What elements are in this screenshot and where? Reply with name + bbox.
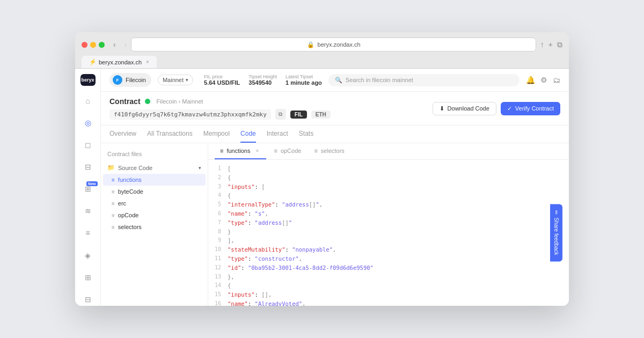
code-line: 6 "name": "s",: [208, 209, 569, 218]
line-content: {: [228, 191, 231, 200]
tab-close[interactable]: ×: [146, 59, 149, 65]
line-number: 1: [213, 164, 228, 173]
active-tab[interactable]: ⚡ beryx.zondax.ch ×: [82, 56, 157, 68]
file-tree-item-opcode[interactable]: ≡ opCode: [103, 209, 206, 221]
line-number: 6: [213, 209, 228, 218]
line-content: },: [228, 273, 235, 282]
contract-address: f410fg6dyyr5q7k6tg7kmavzw4utmz3phxxqmfk2…: [109, 109, 271, 120]
contract-header: Contract Filecoin › Mainnet f410fg6dyyr5…: [101, 92, 569, 126]
sidebar-item-home[interactable]: ⌂: [79, 94, 97, 108]
line-number: 15: [213, 290, 228, 299]
line-content: {: [228, 281, 231, 290]
code-tabs: ≡ functions × ≡ opCode ≡ selectors: [208, 143, 569, 160]
sidebar-item-list[interactable]: ≡: [79, 226, 97, 240]
sidebar-item-table[interactable]: ⊞: [79, 270, 97, 284]
list-icon: ≡: [112, 177, 115, 183]
sidebar-item-cube[interactable]: ◈: [79, 248, 97, 262]
close-tab-button[interactable]: ×: [253, 147, 261, 155]
sidebar-item-file[interactable]: ◻: [79, 138, 97, 152]
settings-icon[interactable]: ⚙: [540, 76, 547, 84]
line-content: "inputs": [],: [228, 290, 272, 299]
file-tree-item-erc[interactable]: ≡ erc: [103, 197, 206, 209]
code-editor[interactable]: 1 [ 2 { 3 "inputs": [ 4 { 5 "internalTyp…: [208, 160, 569, 306]
code-line: 16 "name": "AlreadyVoted",: [208, 299, 569, 306]
folder-icon: 📁: [107, 164, 115, 171]
wallet-icon[interactable]: 🗂: [553, 76, 560, 84]
list-tab-icon-3: ≡: [314, 148, 317, 154]
line-number: 9: [213, 236, 228, 245]
download-icon: ⬇: [440, 105, 444, 112]
new-tab-icon[interactable]: +: [548, 40, 553, 49]
list-icon-4: ≡: [112, 212, 115, 218]
line-number: 14: [213, 281, 228, 290]
copy-address-button[interactable]: ⧉: [275, 109, 286, 120]
code-tab-opcode[interactable]: ≡ opCode: [268, 143, 306, 159]
download-code-button[interactable]: ⬇ Download Code: [433, 102, 496, 115]
file-tree-parent-source[interactable]: 📁 Source Code ▾: [101, 161, 208, 174]
sidebar-item-grid[interactable]: ⊞New: [79, 182, 97, 196]
sidebar: beryx ⌂ ◎ ◻ ⊟ ⊞New ≋ ≡ ◈ ⊞ ⊟: [75, 69, 101, 306]
share-icon[interactable]: ↑: [540, 40, 544, 49]
code-line: 13 },: [208, 273, 569, 282]
eth-token-badge[interactable]: ETH: [311, 111, 331, 119]
tab-title: beryx.zondax.ch: [99, 59, 142, 65]
feedback-button[interactable]: ✏ Share feedback: [550, 204, 562, 261]
browser-actions: ↑ + ⧉: [540, 40, 562, 49]
tab-stats[interactable]: Stats: [299, 126, 313, 143]
sidebar-item-chart[interactable]: ⊟: [79, 160, 97, 174]
bell-icon[interactable]: 🔔: [526, 76, 535, 84]
feedback-label: Share feedback: [553, 217, 559, 255]
verify-icon: ✓: [507, 105, 512, 112]
code-line: 11 "type": "constructor",: [208, 254, 569, 263]
breadcrumb: Filecoin › Mainnet: [157, 98, 203, 105]
header-actions: ⬇ Download Code ✓ Verify Contract: [433, 102, 560, 115]
code-line: 2 {: [208, 173, 569, 182]
chain-icon: F: [113, 75, 122, 85]
tab-interact[interactable]: Interact: [267, 126, 288, 143]
line-number: 5: [213, 200, 228, 209]
chain-selector[interactable]: F Filecoin: [109, 73, 151, 87]
contract-title: Contract: [109, 97, 141, 106]
latest-tipset-stat: Latest Tipset 1 minute ago: [286, 74, 322, 86]
network-selector[interactable]: Mainnet ▾: [158, 75, 193, 85]
line-content: [: [228, 164, 231, 173]
sidebar-item-explore[interactable]: ◎: [79, 116, 97, 130]
code-line: 14 {: [208, 281, 569, 290]
file-tree: Contract files 📁 Source Code ▾ ≡ functio…: [101, 143, 208, 306]
line-number: 11: [213, 254, 228, 263]
verify-contract-button[interactable]: ✓ Verify Contract: [501, 102, 560, 115]
tab-switcher-icon[interactable]: ⧉: [557, 40, 562, 49]
tab-overview[interactable]: Overview: [109, 126, 136, 143]
app-logo: beryx: [80, 74, 96, 86]
sidebar-item-code[interactable]: ≋: [79, 204, 97, 218]
code-line: 12 "id": "0ba95b2-3001-4ca5-8dd2-f09d6d6…: [208, 263, 569, 273]
close-dot[interactable]: [82, 42, 87, 48]
tab-mempool[interactable]: Mempool: [203, 126, 230, 143]
search-bar[interactable]: 🔍 Search in filecoin mainnet: [328, 74, 519, 86]
maximize-dot[interactable]: [99, 42, 105, 48]
minimize-dot[interactable]: [90, 42, 96, 48]
line-number: 10: [213, 245, 228, 254]
address-bar[interactable]: 🔒 beryx.zondax.ch: [131, 38, 536, 52]
code-line: 5 "internalType": "address[]",: [208, 200, 569, 209]
back-button[interactable]: ‹: [113, 40, 116, 49]
code-tab-selectors[interactable]: ≡ selectors: [309, 143, 349, 159]
chain-label: Filecoin: [126, 77, 146, 83]
chevron-icon: ▾: [199, 165, 201, 171]
sidebar-item-table2[interactable]: ⊟: [79, 292, 97, 306]
line-number: 12: [213, 263, 228, 273]
line-number: 7: [213, 218, 228, 227]
content-area: Contract files 📁 Source Code ▾ ≡ functio…: [101, 143, 569, 306]
list-icon-2: ≡: [112, 189, 115, 195]
fil-token-badge[interactable]: FIL: [290, 111, 307, 119]
file-tree-item-selectors[interactable]: ≡ selectors: [103, 221, 206, 233]
file-tree-item-bytecode[interactable]: ≡ byteCode: [103, 186, 206, 197]
code-line: 1 [: [208, 164, 569, 173]
file-tree-item-functions[interactable]: ≡ functions: [103, 174, 206, 186]
forward-button[interactable]: ›: [125, 40, 127, 49]
list-tab-icon: ≡: [220, 148, 223, 154]
tab-all-transactions[interactable]: All Transactions: [147, 126, 193, 143]
tab-code[interactable]: Code: [240, 126, 256, 143]
code-tab-functions[interactable]: ≡ functions ×: [215, 143, 266, 159]
line-content: "type": "constructor",: [228, 254, 302, 263]
